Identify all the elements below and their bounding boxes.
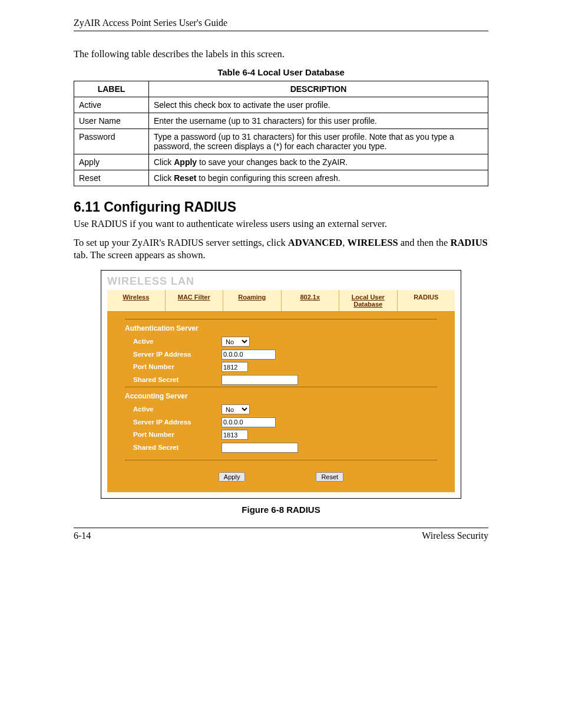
auth-port-label: Port Number bbox=[125, 363, 222, 370]
table-row: Reset Click Reset to begin configuring t… bbox=[74, 170, 488, 186]
auth-server-heading: Authentication Server bbox=[125, 324, 437, 332]
table-row: Password Type a password (up to 31 chara… bbox=[74, 129, 488, 154]
divider bbox=[125, 460, 437, 460]
auth-ip-input[interactable] bbox=[222, 350, 276, 360]
reset-button[interactable]: Reset bbox=[316, 472, 343, 482]
tab-8021x[interactable]: 802.1x bbox=[282, 290, 340, 311]
page-number: 6-14 bbox=[74, 531, 91, 541]
divider bbox=[125, 387, 437, 387]
tab-radius[interactable]: RADIUS bbox=[398, 290, 455, 311]
table-cell-desc: Select this check box to activate the us… bbox=[149, 97, 488, 113]
acct-ip-label: Server IP Address bbox=[125, 419, 222, 426]
table-cell-label: Password bbox=[74, 129, 149, 154]
table-caption: Table 6-4 Local User Database bbox=[74, 67, 488, 77]
table-cell-desc: Click Apply to save your changes back to… bbox=[149, 154, 488, 170]
tab-mac-filter[interactable]: MAC Filter bbox=[166, 290, 224, 311]
table-cell-label: Apply bbox=[74, 154, 149, 170]
acct-active-select[interactable]: No bbox=[222, 404, 250, 414]
acct-ip-input[interactable] bbox=[222, 417, 276, 427]
auth-active-label: Active bbox=[125, 338, 222, 345]
footer-divider bbox=[74, 528, 488, 528]
acct-secret-label: Shared Secret bbox=[125, 444, 222, 451]
radius-config-screenshot: WIRELESS LAN Wireless MAC Filter Roaming… bbox=[101, 270, 461, 499]
table-cell-desc: Enter the username (up to 31 characters)… bbox=[149, 113, 488, 129]
table-cell-desc: Click Reset to begin configuring this sc… bbox=[149, 170, 488, 186]
table-row: Active Select this check box to activate… bbox=[74, 97, 488, 113]
section-para-1: Use RADIUS if you want to authenticate w… bbox=[74, 218, 488, 230]
table-row: Apply Click Apply to save your changes b… bbox=[74, 154, 488, 170]
table-col-description: DESCRIPTION bbox=[149, 81, 488, 97]
figure-caption: Figure 6-8 RADIUS bbox=[74, 505, 488, 515]
local-user-db-table: LABEL DESCRIPTION Active Select this che… bbox=[74, 81, 488, 186]
section-heading: 6.11 Configuring RADIUS bbox=[74, 199, 488, 215]
section-para-2: To set up your ZyAIR's RADIUS server set… bbox=[74, 236, 488, 262]
auth-secret-label: Shared Secret bbox=[125, 376, 222, 383]
tab-wireless[interactable]: Wireless bbox=[107, 290, 166, 311]
divider bbox=[125, 319, 437, 319]
page-header: ZyAIR Access Point Series User's Guide bbox=[74, 18, 488, 31]
tab-roaming[interactable]: Roaming bbox=[223, 290, 282, 311]
tab-local-user-db[interactable]: Local User Database bbox=[339, 290, 398, 311]
auth-secret-input[interactable] bbox=[222, 375, 298, 385]
auth-ip-label: Server IP Address bbox=[125, 351, 222, 358]
table-cell-desc: Type a password (up to 31 characters) fo… bbox=[149, 129, 488, 154]
table-row: User Name Enter the username (up to 31 c… bbox=[74, 113, 488, 129]
acct-server-heading: Accounting Server bbox=[125, 392, 437, 400]
chapter-name: Wireless Security bbox=[422, 531, 488, 541]
intro-paragraph: The following table describes the labels… bbox=[74, 48, 488, 60]
auth-port-input[interactable] bbox=[222, 362, 248, 372]
table-cell-label: User Name bbox=[74, 113, 149, 129]
wlan-title: WIRELESS LAN bbox=[101, 271, 461, 290]
auth-active-select[interactable]: No bbox=[222, 337, 250, 347]
table-col-label: LABEL bbox=[74, 81, 149, 97]
acct-active-label: Active bbox=[125, 406, 222, 413]
acct-secret-input[interactable] bbox=[222, 443, 298, 453]
acct-port-label: Port Number bbox=[125, 431, 222, 438]
table-cell-label: Active bbox=[74, 97, 149, 113]
table-cell-label: Reset bbox=[74, 170, 149, 186]
apply-button[interactable]: Apply bbox=[219, 472, 246, 482]
acct-port-input[interactable] bbox=[222, 430, 248, 440]
tab-strip: Wireless MAC Filter Roaming 802.1x Local… bbox=[107, 290, 455, 312]
